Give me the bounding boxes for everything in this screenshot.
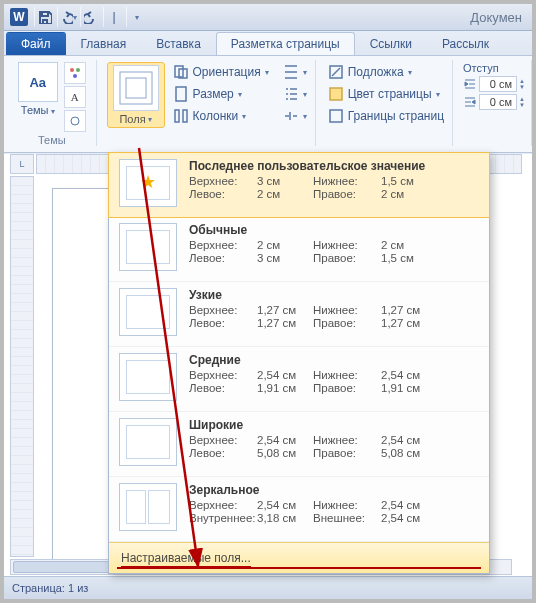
preset-title: Средние <box>189 353 479 367</box>
preset-values: Верхнее:2,54 смНижнее:2,54 смВнутреннее:… <box>189 499 479 524</box>
hyphenation-button[interactable]: ▾ <box>281 106 309 126</box>
breaks-icon <box>283 64 299 80</box>
margins-gallery: Последнее пользовательское значениеВерхн… <box>108 152 490 574</box>
svg-rect-8 <box>176 87 186 101</box>
margins-preset-last[interactable]: Последнее пользовательское значениеВерхн… <box>108 152 490 218</box>
qat-separator: | <box>103 7 124 27</box>
ruler-corner[interactable]: L <box>10 154 34 174</box>
watermark-icon <box>328 64 344 80</box>
preset-title: Широкие <box>189 418 479 432</box>
quick-access-toolbar: ▾ | ▾ <box>34 7 147 27</box>
indent-right[interactable]: 0 см ▲▼ <box>463 94 525 110</box>
group-themes: Aa Темы ▾ A Темы <box>8 60 97 146</box>
orientation-icon <box>173 64 189 80</box>
indent-left[interactable]: 0 см ▲▼ <box>463 76 525 92</box>
custom-margins-button[interactable]: Настраиваемые поля... <box>109 542 489 573</box>
indent-left-icon <box>463 77 477 91</box>
undo-button[interactable]: ▾ <box>57 7 78 27</box>
svg-rect-9 <box>175 110 179 122</box>
margins-preset-moderate[interactable]: СредниеВерхнее:2,54 смНижнее:2,54 смЛево… <box>109 347 489 412</box>
page-borders-button[interactable]: Границы страниц <box>326 106 446 126</box>
tab-page-layout[interactable]: Разметка страницы <box>216 32 355 55</box>
redo-button[interactable] <box>80 7 101 27</box>
preset-values: Верхнее:3 смНижнее:1,5 смЛевое:2 смПраво… <box>189 175 479 200</box>
page-status: Страница: 1 из <box>12 582 88 594</box>
group-page-background: Подложка▾ Цвет страницы▾ Границы страниц <box>320 60 453 146</box>
effects-icon <box>69 115 81 127</box>
svg-point-1 <box>76 68 80 72</box>
save-button[interactable] <box>34 7 55 27</box>
undo-icon <box>59 10 73 24</box>
preset-values: Верхнее:2,54 смНижнее:2,54 смЛевое:5,08 … <box>189 434 479 459</box>
margins-preset-normal[interactable]: ОбычныеВерхнее:2 смНижнее:2 смЛевое:3 см… <box>109 217 489 282</box>
svg-rect-4 <box>120 72 152 104</box>
tab-file[interactable]: Файл <box>6 32 66 55</box>
tab-mailings[interactable]: Рассылк <box>427 32 504 55</box>
app-window: W ▾ | ▾ Докумен Файл Главная Вставка Раз… <box>0 0 536 603</box>
page-borders-icon <box>328 108 344 124</box>
preset-values: Верхнее:1,27 смНижнее:1,27 смЛевое:1,27 … <box>189 304 479 329</box>
svg-point-3 <box>71 117 79 125</box>
scrollbar-thumb[interactable] <box>13 561 115 573</box>
watermark-button[interactable]: Подложка▾ <box>326 62 414 82</box>
spinner-arrows[interactable]: ▲▼ <box>519 96 525 108</box>
svg-point-0 <box>70 68 74 72</box>
line-numbers-icon <box>283 86 299 102</box>
word-app-icon: W <box>10 8 28 26</box>
group-themes-label: Темы <box>8 134 96 146</box>
spinner-arrows[interactable]: ▲▼ <box>519 78 525 90</box>
preset-title: Узкие <box>189 288 479 302</box>
line-numbers-button[interactable]: ▾ <box>281 84 309 104</box>
ribbon: Aa Темы ▾ A Темы Поля▾ <box>4 56 532 153</box>
vertical-ruler[interactable] <box>10 176 34 557</box>
preset-title: Зеркальное <box>189 483 479 497</box>
theme-effects-button[interactable] <box>64 110 86 132</box>
preset-thumb <box>119 418 177 466</box>
page-color-button[interactable]: Цвет страницы▾ <box>326 84 442 104</box>
group-paragraph: Отступ 0 см ▲▼ 0 см ▲▼ <box>457 60 532 146</box>
size-button[interactable]: Размер▾ <box>171 84 244 104</box>
redo-icon <box>84 10 98 24</box>
svg-rect-13 <box>330 110 342 122</box>
margins-button[interactable]: Поля▾ <box>107 62 165 128</box>
svg-rect-12 <box>330 88 342 100</box>
orientation-button[interactable]: Ориентация▾ <box>171 62 271 82</box>
group-page-setup: Поля▾ Ориентация▾ Размер▾ Колонки▾ ▾ ▾ ▾ <box>101 60 316 146</box>
preset-thumb <box>119 159 177 207</box>
size-icon <box>173 86 189 102</box>
margins-preset-wide[interactable]: ШирокиеВерхнее:2,54 смНижнее:2,54 смЛево… <box>109 412 489 477</box>
status-bar: Страница: 1 из <box>4 576 532 599</box>
page-color-icon <box>328 86 344 102</box>
margins-label: Поля <box>119 113 145 125</box>
preset-title: Последнее пользовательское значение <box>189 159 479 173</box>
breaks-button[interactable]: ▾ <box>281 62 309 82</box>
qat-customize-button[interactable]: ▾ <box>126 7 147 27</box>
tab-insert[interactable]: Вставка <box>141 32 216 55</box>
svg-point-2 <box>73 74 77 78</box>
indent-left-value[interactable]: 0 см <box>479 76 517 92</box>
margins-preset-narrow[interactable]: УзкиеВерхнее:1,27 смНижнее:1,27 смЛевое:… <box>109 282 489 347</box>
indent-right-value[interactable]: 0 см <box>479 94 517 110</box>
hyphenation-icon <box>283 108 299 124</box>
columns-icon <box>173 108 189 124</box>
theme-fonts-button[interactable]: A <box>64 86 86 108</box>
tab-references[interactable]: Ссылки <box>355 32 427 55</box>
columns-button[interactable]: Колонки▾ <box>171 106 249 126</box>
preset-values: Верхнее:2 смНижнее:2 смЛевое:3 смПравое:… <box>189 239 479 264</box>
themes-button[interactable]: Aa <box>18 62 58 102</box>
preset-title: Обычные <box>189 223 479 237</box>
tab-home[interactable]: Главная <box>66 32 142 55</box>
preset-values: Верхнее:2,54 смНижнее:2,54 смЛевое:1,91 … <box>189 369 479 394</box>
indent-caption: Отступ <box>463 62 499 74</box>
svg-rect-10 <box>183 110 187 122</box>
preset-thumb <box>119 288 177 336</box>
margins-preset-mirrored[interactable]: ЗеркальноеВерхнее:2,54 смНижнее:2,54 смВ… <box>109 477 489 542</box>
preset-thumb <box>119 353 177 401</box>
save-icon <box>38 10 52 24</box>
preset-thumb <box>119 223 177 271</box>
themes-label: Темы ▾ <box>21 104 55 116</box>
margins-icon <box>113 65 159 111</box>
theme-colors-button[interactable] <box>64 62 86 84</box>
palette-icon <box>69 67 81 79</box>
document-title: Докумен <box>147 10 526 25</box>
